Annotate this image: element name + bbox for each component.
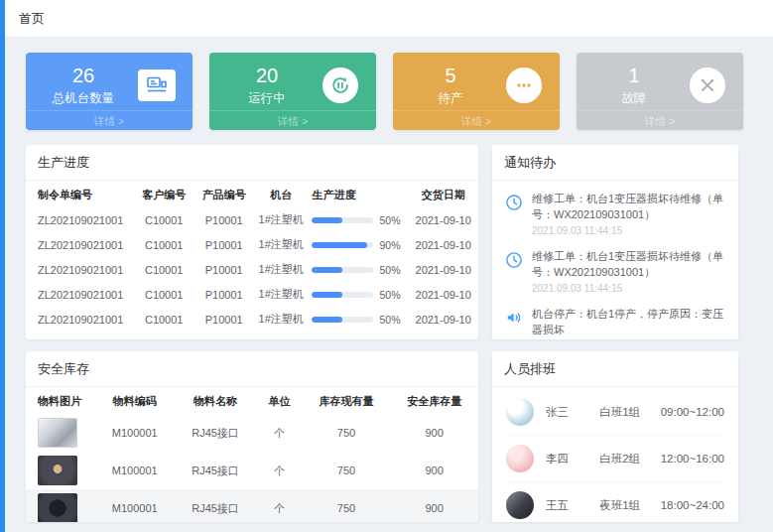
card-total-machines-text: 26 总机台数量 [36,63,131,107]
production-panel-title: 生产进度 [26,145,478,181]
cell-machine: 1#注塑机 [254,307,308,332]
inventory-table: 物料图片 物料编码 物料名称 单位 库存现有量 安全库存量 M100001 RJ… [26,387,478,522]
card-total-machines-value: 26 [36,65,131,86]
col-material-code: 物料编码 [95,387,175,414]
card-running-detail-link[interactable]: 详情 > [209,110,376,130]
col-material-name: 物料名称 [175,387,256,414]
cell-progress: 50% [308,207,408,232]
cell-material-name: RJ45接口 [175,452,256,489]
card-fault-value: 1 [586,65,682,86]
col-machine: 机台 [254,181,308,207]
staff-time: 09:00~12:00 [661,406,724,418]
cell-order-no: ZL202109021001 [26,307,134,332]
cell-product-no: P10001 [193,282,254,307]
card-running[interactable]: 20 运行中 详情 > [209,53,376,130]
inventory-row: M100001 RJ45接口 个 750 900 [26,414,478,452]
card-fault[interactable]: 1 故障 详情 > [577,53,743,130]
cell-customer-no: C10001 [134,307,194,332]
cell-material-name: RJ45接口 [175,414,256,452]
production-row: ZL202109021001 C10001 P10001 1#注塑机 50% 2… [26,207,478,232]
col-unit: 单位 [256,387,302,414]
staff-time: 18:00~24:00 [661,499,724,511]
cell-product-no: P10001 [193,257,254,282]
cell-customer-no: C10001 [134,207,194,232]
staff-shift: 夜班1组 [599,498,661,513]
avatar [506,445,534,472]
cell-unit: 个 [256,489,302,522]
cell-machine: 1#注塑机 [254,257,308,282]
progress-bar [312,217,373,223]
staff-row: 王五 夜班1组 18:00~24:00 [506,482,724,522]
notice-text: 维修工单：机台1变压器损坏待维修（单号：WX202109031001） [532,249,726,281]
notifications-panel: 通知待办 维修工单：机台1变压器损坏待维修（单号：WX202109031001）… [492,145,738,339]
staff-schedule-panel: 人员排班 张三 白班1组 09:00~12:00 李四 白班2组 12:00~1… [492,351,738,522]
machine-icon [138,69,176,101]
cell-material-code: M100001 [95,489,175,522]
cell-date: 2021-09-10 [408,282,478,307]
cell-safety: 900 [390,489,478,522]
notice-text: 维修工单：机台1变压器损坏待维修（单号：WX202109031001） [532,192,726,223]
cell-order-no: ZL202109021001 [26,257,134,282]
cell-customer-no: C10001 [134,257,194,282]
dashboard: 26 总机台数量 详情 > 20 运行中 [0,38,773,522]
avatar [506,491,534,519]
autorenew-icon [322,67,358,103]
col-stock-on-hand: 库存现有量 [303,387,391,414]
material-photo [38,493,77,522]
progress-label: 90% [379,239,400,251]
card-fault-iconwrap [682,63,733,108]
progress-bar [312,267,373,273]
cell-order-no: ZL202109021001 [26,207,134,232]
card-waiting-detail-link[interactable]: 详情 > [393,110,560,130]
cell-stock: 750 [303,489,391,522]
tab-home[interactable]: 首页 [19,10,45,28]
cell-machine: 1#注塑机 [254,282,308,307]
card-fault-detail-link[interactable]: 详情 > [577,110,743,130]
card-waiting-value: 5 [403,65,498,86]
cell-date: 2021-09-10 [408,257,478,282]
left-accent-strip [0,0,5,532]
row-2: 安全库存 物料图片 物料编码 物料名称 单位 库存现有量 安全库存量 [26,351,743,522]
avatar [506,398,534,426]
notice-body: 维修工单：机台1变压器损坏待维修（单号：WX202109031001） 2021… [532,192,726,236]
cell-progress: 50% [308,307,408,332]
cell-machine: 1#注塑机 [254,232,308,257]
cell-machine: 1#注塑机 [254,207,308,232]
cell-stock: 750 [303,452,391,489]
staff-row: 李四 白班2组 12:00~16:00 [506,436,724,482]
row-1: 生产进度 制令单编号 客户编号 产品编号 机台 生产进度 交货日期 ZL2021 [26,145,743,339]
material-photo [38,456,77,485]
speaker-icon [504,307,524,339]
col-material-image: 物料图片 [26,387,95,414]
card-running-value: 20 [219,65,315,86]
cell-material-image [26,452,95,489]
cell-material-name: RJ45接口 [175,489,256,522]
cell-customer-no: C10001 [134,282,194,307]
cell-material-code: M100001 [95,452,175,489]
cell-stock: 750 [303,414,391,452]
production-row: ZL202109021001 C10001 P10001 1#注塑机 50% 2… [26,257,478,282]
cell-material-image [26,414,95,452]
progress-bar [312,317,373,323]
clock-icon [504,249,524,294]
card-total-machines[interactable]: 26 总机台数量 详情 > [26,53,193,130]
card-fault-text: 1 故障 [586,63,682,107]
card-running-label: 运行中 [219,90,315,107]
inventory-row: M100001 RJ45接口 个 750 900 [26,452,478,489]
production-header-row: 制令单编号 客户编号 产品编号 机台 生产进度 交货日期 [26,181,478,207]
col-product-no: 产品编号 [193,181,254,207]
card-total-machines-detail-link[interactable]: 详情 > [26,110,193,130]
cell-date: 2021-09-10 [408,232,478,257]
staff-shift: 白班1组 [599,405,661,420]
cell-product-no: P10001 [193,232,254,257]
production-row: ZL202109021001 C10001 P10001 1#注塑机 90% 2… [26,232,478,257]
card-total-machines-label: 总机台数量 [36,90,131,107]
cell-safety: 900 [390,452,478,489]
progress-label: 50% [379,214,400,226]
card-waiting[interactable]: 5 待产 详情 > [393,53,560,130]
card-waiting-label: 待产 [403,90,498,107]
card-waiting-text: 5 待产 [403,63,498,107]
progress-label: 50% [379,289,400,301]
card-running-iconwrap [315,63,366,108]
col-date: 交货日期 [408,181,478,207]
